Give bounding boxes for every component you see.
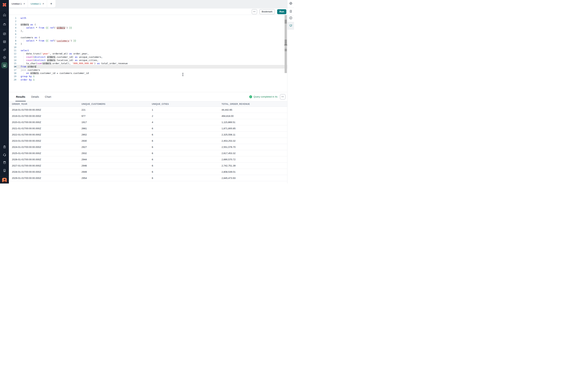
table-row[interactable]: 2029-01-01T00:00:00.000Z295462,845,473.9… [9, 175, 287, 181]
table-cell: 2 [152, 115, 222, 117]
sidebar-item-organization[interactable] [1, 167, 8, 173]
table-cell: 6 [152, 158, 222, 161]
table-cell: 2,453,253.32 [222, 140, 287, 142]
run-button[interactable]: Run [277, 9, 286, 14]
table-cell: 2023-01-01T00:00:00.000Z [12, 140, 81, 142]
rail-item-explore[interactable] [289, 1, 293, 5]
sidebar-item-docs[interactable] [1, 159, 8, 165]
close-icon[interactable]: ✕ [43, 3, 44, 5]
code-line[interactable]: 18 on orders.customer_id = customers.cus… [9, 72, 287, 75]
line-number: 1 [9, 17, 16, 20]
headset-icon [3, 153, 6, 157]
code-line[interactable]: 5), [9, 29, 287, 33]
table-cell: 2930 [81, 140, 152, 142]
table-row[interactable]: 2019-01-01T00:00:00.000Z9772494,818.00 [9, 113, 287, 119]
sql-editor[interactable]: 1with23orders as (4 select * from {{ ref… [9, 15, 287, 92]
rail-item-history[interactable] [289, 16, 293, 20]
table-row[interactable]: 2023-01-01T00:00:00.000Z293062,453,253.3… [9, 138, 287, 144]
book-icon [3, 161, 6, 164]
results-more-button[interactable]: ••• [280, 94, 285, 100]
line-number: 14 [9, 59, 16, 62]
right-rail [287, 0, 294, 184]
scrollbar-thumb[interactable] [285, 40, 287, 45]
column-header[interactable]: UNIQUE_CUSTOMERS [81, 103, 152, 105]
table-row[interactable]: 2028-01-01T00:00:00.000Z294962,808,539.0… [9, 169, 287, 175]
user-avatar[interactable] [2, 178, 7, 183]
home-icon [3, 13, 6, 17]
sidebar-item-support[interactable] [1, 152, 8, 158]
tray-icon [3, 22, 6, 26]
table-row[interactable]: 2021-01-01T00:00:00.000Z266161,871,800.8… [9, 125, 287, 132]
line-number: 6 [9, 33, 16, 36]
table-row[interactable]: 2030-01-01T00:00:00.000Z287961,841,049.3… [9, 181, 287, 184]
more-options-button[interactable]: ••• [252, 9, 257, 14]
sidebar-item-sessions[interactable] [1, 47, 8, 53]
code-line[interactable]: 11select [9, 49, 287, 52]
table-cell: 1,871,800.85 [222, 127, 287, 130]
sidebar-item-explore[interactable] [1, 54, 8, 60]
table-cell: 44,442.65 [222, 108, 287, 111]
table-row[interactable]: 2018-01-01T00:00:00.000Z221144,442.65 [9, 107, 287, 113]
sidebar-item-notebook-active[interactable] [1, 62, 8, 68]
code-line[interactable]: 16from orders [9, 65, 287, 68]
tab-details[interactable]: Details [31, 92, 39, 101]
table-row[interactable]: 2026-01-01T00:00:00.000Z294462,690,570.7… [9, 156, 287, 163]
table-cell: 2019-01-01T00:00:00.000Z [12, 115, 81, 117]
code-line[interactable]: 9) [9, 42, 287, 46]
tab-untitled-2[interactable]: Untitled 1 ✕ [28, 0, 47, 8]
sidebar-item-components[interactable] [1, 31, 8, 37]
line-number: 4 [9, 26, 16, 29]
code-line[interactable]: 17join customers [9, 68, 287, 72]
code-line[interactable]: 15 to_char(sum(orders.order_total), '999… [9, 62, 287, 65]
table-cell: 6 [152, 146, 222, 148]
line-number: 18 [9, 72, 16, 75]
table-cell: 6 [152, 152, 222, 155]
table-row[interactable]: 2024-01-01T00:00:00.000Z292762,551,076.7… [9, 144, 287, 150]
column-header[interactable]: ORDER_YEAR [12, 103, 81, 105]
code-line[interactable]: 4 select * from {{ ref('orders') }} [9, 26, 287, 29]
code-line[interactable]: 8 select * from {{ ref('customers') }} [9, 39, 287, 42]
code-line[interactable]: 10 [9, 46, 287, 49]
tab-chart[interactable]: Chart [45, 92, 51, 101]
sidebar-item-templates[interactable] [1, 144, 8, 150]
column-header[interactable]: TOTAL_ORDER_REVENUE [222, 103, 287, 105]
sidebar-item-code-view[interactable] [1, 39, 8, 45]
table-cell: 1,841,049.32 [222, 183, 287, 184]
table-row[interactable]: 2022-01-01T00:00:00.000Z290262,325,556.1… [9, 132, 287, 138]
table-cell: 1 [152, 108, 222, 111]
table-row[interactable]: 2025-01-01T00:00:00.000Z293262,617,453.3… [9, 150, 287, 156]
clipboard-icon [3, 145, 6, 149]
cell-toolbar: ••• Bookmark Run [9, 8, 287, 15]
code-line[interactable]: 3orders as ( [9, 23, 287, 26]
hex-logo-icon[interactable] [2, 2, 7, 7]
table-cell: 2946 [81, 164, 152, 167]
rail-item-ai-assistant[interactable] [287, 22, 294, 30]
code-line[interactable]: 6 [9, 33, 287, 36]
line-number: 10 [9, 46, 16, 49]
code-line[interactable]: 13 count(distinct orders.customer_id) as… [9, 56, 287, 59]
code-line[interactable]: 2 [9, 20, 287, 23]
editor-scrollbar[interactable] [285, 15, 287, 73]
code-line[interactable]: 7customers as ( [9, 36, 287, 39]
tab-untitled-1[interactable]: Untitled 1 ✕ [9, 0, 28, 8]
new-tab-button[interactable]: + [47, 0, 56, 8]
sidebar-item-home[interactable] [1, 12, 8, 18]
table-row[interactable]: 2027-01-01T00:00:00.000Z294662,742,751.3… [9, 163, 287, 169]
table-cell: 2030-01-01T00:00:00.000Z [12, 183, 81, 184]
table-row[interactable]: 2020-01-01T00:00:00.000Z191741,115,869.5… [9, 119, 287, 125]
results-tab-bar: Results Details Chart Query completed in… [9, 92, 287, 101]
rail-item-bookmarks[interactable] [289, 9, 293, 13]
code-line[interactable]: 12 date_trunc('year', ordered_at) as ord… [9, 52, 287, 55]
column-header[interactable]: UNIQUE_CITIES [152, 103, 222, 105]
code-line[interactable]: 20order by 1 [9, 78, 287, 81]
code-line[interactable]: 1with [9, 17, 287, 20]
bookmark-button[interactable]: Bookmark [259, 9, 275, 14]
tab-results[interactable]: Results [16, 92, 25, 101]
close-icon[interactable]: ✕ [23, 3, 25, 5]
bookmark-icon [289, 9, 293, 13]
table-cell: 2932 [81, 152, 152, 155]
code-line[interactable]: 19group by 1 [9, 75, 287, 78]
history-clock-icon [289, 16, 293, 20]
sidebar-item-collections[interactable] [1, 21, 8, 27]
code-line[interactable]: 14 count(distinct orders.location_id) as… [9, 59, 287, 62]
